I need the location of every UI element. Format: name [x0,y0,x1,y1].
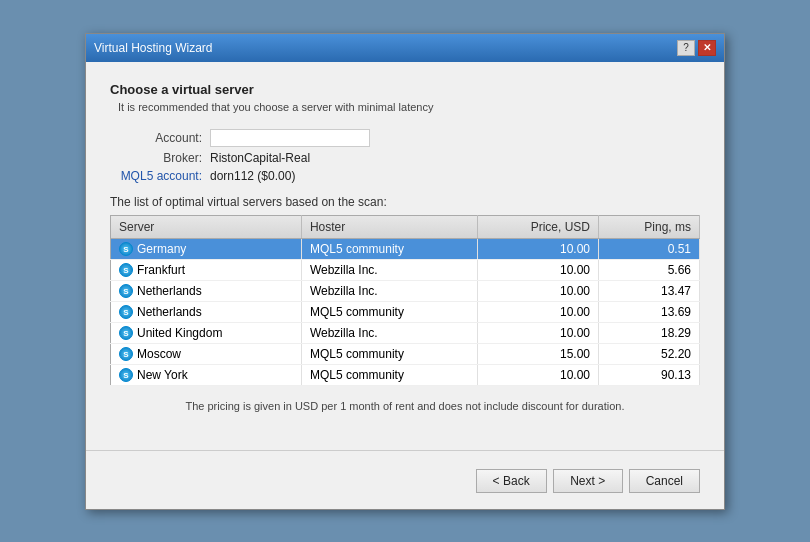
account-row: Account: [110,129,700,147]
ping-cell: 18.29 [598,322,699,343]
account-value [210,129,370,147]
mql-value: dorn112 ($0.00) [210,169,295,183]
close-button[interactable]: ✕ [698,40,716,56]
hoster-cell: MQL5 community [301,364,477,385]
server-cell: Frankfurt [111,259,302,280]
price-cell: 10.00 [477,238,598,259]
section-title: Choose a virtual server [110,82,700,97]
dialog-title: Virtual Hosting Wizard [94,41,213,55]
broker-row: Broker: RistonCapital-Real [110,151,700,165]
ping-cell: 5.66 [598,259,699,280]
dialog-content: Choose a virtual server It is recommende… [86,62,724,440]
price-cell: 10.00 [477,259,598,280]
table-header-row: Server Hoster Price, USD Ping, ms [111,215,700,238]
table-row[interactable]: NetherlandsWebzilla Inc.10.0013.47 [111,280,700,301]
col-ping: Ping, ms [598,215,699,238]
price-cell: 10.00 [477,364,598,385]
price-cell: 10.00 [477,280,598,301]
server-cell: New York [111,364,302,385]
table-row[interactable]: MoscowMQL5 community15.0052.20 [111,343,700,364]
server-table: Server Hoster Price, USD Ping, ms German… [110,215,700,386]
footer-note: The pricing is given in USD per 1 month … [110,400,700,412]
mql-row: MQL5 account: dorn112 ($0.00) [110,169,700,183]
table-row[interactable]: NetherlandsMQL5 community10.0013.69 [111,301,700,322]
dialog-titlebar: Virtual Hosting Wizard ? ✕ [86,34,724,62]
price-cell: 15.00 [477,343,598,364]
ping-cell: 52.20 [598,343,699,364]
next-button[interactable]: Next > [553,469,623,493]
server-cell: Netherlands [111,280,302,301]
server-cell: Germany [111,238,302,259]
hoster-cell: MQL5 community [301,301,477,322]
server-cell: Netherlands [111,301,302,322]
table-row[interactable]: GermanyMQL5 community10.000.51 [111,238,700,259]
cancel-button[interactable]: Cancel [629,469,700,493]
ping-cell: 13.69 [598,301,699,322]
hoster-cell: Webzilla Inc. [301,322,477,343]
price-cell: 10.00 [477,301,598,322]
help-button[interactable]: ? [677,40,695,56]
ping-cell: 90.13 [598,364,699,385]
hoster-cell: MQL5 community [301,343,477,364]
ping-cell: 13.47 [598,280,699,301]
broker-label: Broker: [110,151,210,165]
table-row[interactable]: FrankfurtWebzilla Inc.10.005.66 [111,259,700,280]
col-price: Price, USD [477,215,598,238]
table-row[interactable]: United KingdomWebzilla Inc.10.0018.29 [111,322,700,343]
hoster-cell: MQL5 community [301,238,477,259]
broker-value: RistonCapital-Real [210,151,310,165]
back-button[interactable]: < Back [476,469,547,493]
price-cell: 10.00 [477,322,598,343]
mql-label: MQL5 account: [110,169,210,183]
titlebar-buttons: ? ✕ [677,40,716,56]
list-header: The list of optimal virtual servers base… [110,195,700,209]
server-cell: Moscow [111,343,302,364]
account-label: Account: [110,131,210,145]
virtual-hosting-wizard-dialog: Virtual Hosting Wizard ? ✕ Choose a virt… [85,33,725,510]
hoster-cell: Webzilla Inc. [301,259,477,280]
hoster-cell: Webzilla Inc. [301,280,477,301]
dialog-footer: < Back Next > Cancel [86,461,724,509]
ping-cell: 0.51 [598,238,699,259]
col-server: Server [111,215,302,238]
col-hoster: Hoster [301,215,477,238]
section-subtitle: It is recommended that you choose a serv… [110,101,700,113]
server-cell: United Kingdom [111,322,302,343]
table-row[interactable]: New YorkMQL5 community10.0090.13 [111,364,700,385]
